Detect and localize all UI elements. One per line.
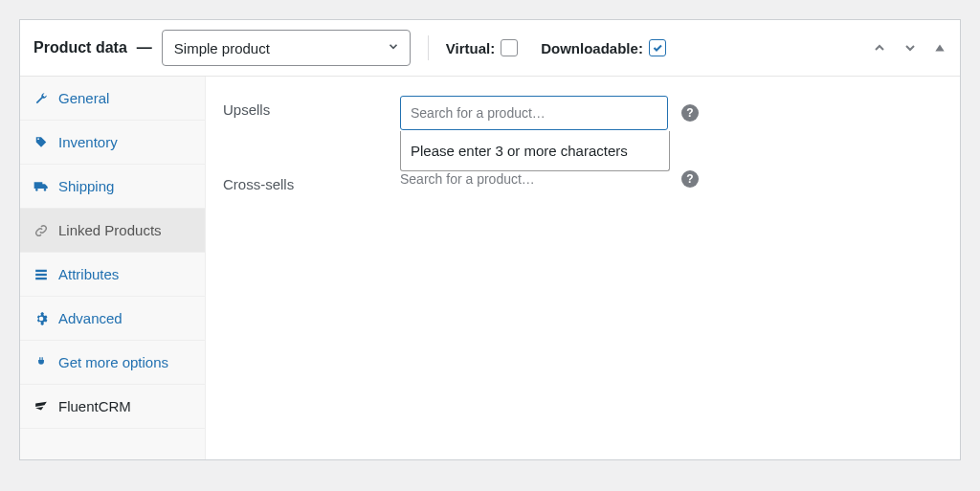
tab-shipping[interactable]: Shipping (20, 165, 205, 209)
tab-label: General (58, 90, 109, 106)
panel-actions (872, 40, 947, 56)
link-icon (33, 224, 49, 237)
list-icon (33, 268, 49, 281)
panel-header: Product data — Simple product Virtual: D… (20, 20, 960, 77)
tab-fluentcrm[interactable]: FluentCRM (20, 385, 205, 429)
crosssells-search-input[interactable]: Search for a product… (400, 171, 668, 187)
tab-general[interactable]: General (20, 77, 205, 121)
product-tabs-sidebar: General Inventory Shipping Linked Produc… (20, 77, 206, 459)
svg-rect-1 (35, 273, 47, 275)
collapse-icon[interactable] (933, 41, 947, 55)
tab-label: Get more options (58, 354, 168, 370)
move-down-icon[interactable] (902, 40, 918, 56)
truck-icon (33, 180, 49, 193)
tab-advanced[interactable]: Advanced (20, 297, 205, 341)
help-icon[interactable]: ? (681, 104, 699, 122)
title-dash: — (137, 39, 152, 56)
product-type-select[interactable]: Simple product (162, 30, 411, 66)
downloadable-checkbox[interactable] (649, 39, 666, 56)
downloadable-label: Downloadable: (541, 40, 643, 56)
tag-icon (33, 136, 49, 149)
help-icon[interactable]: ? (681, 170, 699, 188)
panel-title: Product data (33, 39, 127, 56)
product-data-panel: Product data — Simple product Virtual: D… (19, 19, 961, 460)
tab-label: Shipping (58, 178, 114, 194)
crosssells-label: Cross-sells (223, 170, 400, 192)
gear-icon (33, 312, 49, 325)
crosssells-placeholder: Search for a product… (400, 171, 535, 187)
move-up-icon[interactable] (872, 40, 887, 56)
virtual-option: Virtual: (446, 39, 518, 56)
svg-rect-0 (35, 269, 47, 271)
wrench-icon (33, 92, 49, 105)
tab-get-more-options[interactable]: Get more options (20, 341, 205, 385)
upsells-search-input[interactable]: Search for a product… Please enter 3 or … (400, 96, 668, 130)
upsells-label: Upsells (223, 96, 400, 118)
product-type-value: Simple product (174, 40, 270, 56)
tab-inventory[interactable]: Inventory (20, 121, 205, 165)
upsells-placeholder: Search for a product… (411, 105, 546, 121)
crosssells-field: Cross-sells Search for a product… ? (223, 170, 950, 192)
header-divider (428, 35, 429, 60)
tab-linked-products[interactable]: Linked Products (20, 209, 205, 253)
virtual-checkbox[interactable] (501, 39, 518, 56)
downloadable-option: Downloadable: (541, 39, 666, 56)
svg-rect-2 (35, 277, 47, 279)
tab-label: Advanced (58, 310, 122, 326)
tab-label: Inventory (58, 134, 118, 150)
tab-attributes[interactable]: Attributes (20, 253, 205, 297)
chevron-down-icon (387, 40, 400, 56)
tab-label: Linked Products (58, 222, 162, 238)
virtual-label: Virtual: (446, 40, 495, 56)
tab-label: FluentCRM (58, 398, 131, 414)
plug-icon (33, 356, 49, 369)
upsells-field: Upsells Search for a product… Please ent… (223, 96, 950, 130)
tab-label: Attributes (58, 266, 119, 282)
linked-products-content: Upsells Search for a product… Please ent… (206, 77, 960, 459)
dropdown-message: Please enter 3 or more characters (411, 143, 628, 159)
fluent-icon (33, 400, 49, 413)
upsells-dropdown: Please enter 3 or more characters (400, 131, 670, 171)
panel-body: General Inventory Shipping Linked Produc… (20, 77, 960, 459)
